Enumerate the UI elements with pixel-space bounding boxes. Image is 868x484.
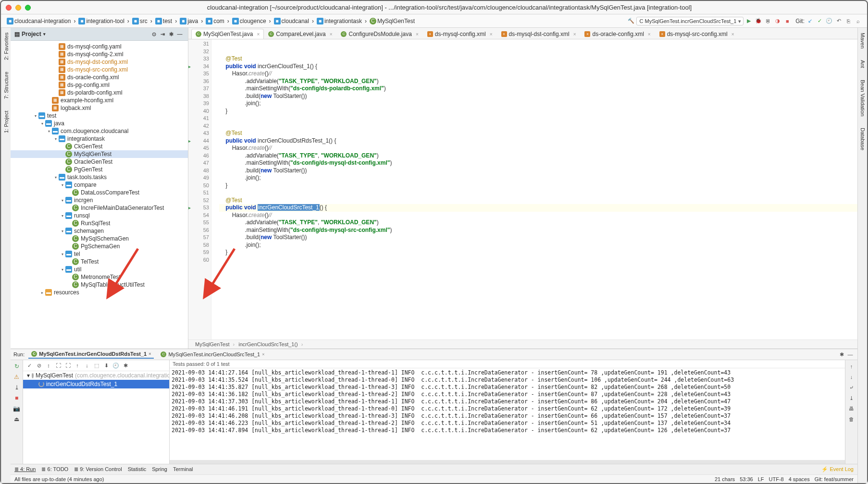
show-passed-icon[interactable]: ✓ <box>25 361 34 370</box>
close-tab-icon[interactable]: × <box>416 32 419 37</box>
side-tool-button[interactable]: 2: Favorites <box>2 31 10 62</box>
history-icon[interactable]: 🕘 <box>112 361 120 370</box>
status-indicator[interactable]: 21 chars <box>715 476 735 482</box>
tree-row[interactable]: CMySqlSchemaGen <box>11 235 188 242</box>
zoom-window-icon[interactable] <box>25 5 31 11</box>
tree-row[interactable]: ▾▬task.tools.tasks <box>11 173 188 181</box>
clear-icon[interactable]: 🗑 <box>847 415 856 424</box>
tree-row[interactable]: ▾▬java <box>11 120 188 127</box>
rerun-failed-icon[interactable]: ⚠ <box>12 373 21 381</box>
tree-row[interactable]: CIncreFileMainDataGeneratorTest <box>11 204 188 212</box>
horizontal-scrollbar[interactable] <box>170 460 845 464</box>
run-icon[interactable]: ▶ <box>744 17 753 25</box>
debug-icon[interactable]: 🐞 <box>754 17 763 25</box>
breadcrumb-item[interactable]: ■cloudcanal-integration <box>6 18 72 24</box>
tree-row[interactable]: ▾▬compare <box>11 181 188 189</box>
next-icon[interactable]: ↓ <box>83 361 91 370</box>
tree-row[interactable]: ▾▬integrationtask <box>11 135 188 143</box>
status-indicator[interactable]: 53:36 <box>740 476 753 482</box>
test-tree-row[interactable]: incrGenCloudDstRdsTest_1 <box>23 380 169 388</box>
dump-threads-icon[interactable]: 📷 <box>12 404 21 413</box>
editor-code[interactable]: @Test public void incrGenCloudTest_1() {… <box>211 39 857 339</box>
stop-tests-icon[interactable]: ■ <box>12 394 21 402</box>
breadcrumb-item[interactable]: ■integration-tool <box>77 18 125 24</box>
rerun-icon[interactable]: ↻ <box>12 362 21 371</box>
minimize-window-icon[interactable] <box>15 5 21 11</box>
scroll-up-icon[interactable]: ↑ <box>847 362 856 371</box>
run-config-dropdown[interactable]: C MySqlGenTest.incrGenCloudSrcTest_1 <box>636 17 744 25</box>
bottom-tool-button[interactable]: ≣ 9: Version Control <box>74 466 122 472</box>
tree-row[interactable]: CRunSqlTest <box>11 219 188 227</box>
tree-row[interactable]: ▦ds-pg-config.xml <box>11 81 188 89</box>
close-tab-icon[interactable]: × <box>149 351 151 356</box>
editor-gutter[interactable]: 3132333435363738394041424344454647484950… <box>188 39 211 339</box>
collapse-all-icon[interactable]: ⛶ <box>63 361 72 370</box>
exit-icon[interactable]: ⏏ <box>12 415 21 424</box>
console-output[interactable]: 2021-09-03 14:41:27.164 [null_kbs_articl… <box>170 368 845 460</box>
editor-tab[interactable]: CMySqlGenTest.java× <box>191 29 264 39</box>
event-log-icon[interactable]: ⚡ Event Log <box>821 466 854 472</box>
tree-row[interactable]: CDataLossCompareTest <box>11 189 188 196</box>
close-tab-icon[interactable]: × <box>257 32 260 37</box>
tree-row[interactable]: ▸▬resources <box>11 289 188 296</box>
project-settings-icon[interactable]: ✱ <box>167 30 175 38</box>
print-icon[interactable]: 🖶 <box>847 404 856 413</box>
breadcrumb-item[interactable]: ■cloudcanal <box>273 18 310 24</box>
tree-row[interactable]: ▦example-hconfig.xml <box>11 97 188 104</box>
breadcrumb-item[interactable]: ■test <box>154 18 173 24</box>
bottom-tool-button[interactable]: Spring <box>152 466 167 472</box>
tree-row[interactable]: ▦ds-mysql-src-config.xml <box>11 66 188 73</box>
tree-row[interactable]: CMySqlTableStructUtilTest <box>11 281 188 289</box>
side-tool-button[interactable]: Bean Validation <box>859 78 867 118</box>
tree-row[interactable]: CPgGenTest <box>11 166 188 173</box>
bottom-tool-button[interactable]: Terminal <box>173 466 193 472</box>
editor-tab[interactable]: xds-mysql-config.xml× <box>423 29 497 39</box>
tree-row[interactable]: ▾▬incrgen <box>11 196 188 204</box>
tree-row[interactable]: ▦ds-polardb-config.xml <box>11 89 188 97</box>
side-tool-button[interactable]: 7: Structure <box>2 70 10 101</box>
editor-tab[interactable]: CConfigureDsModule.java× <box>336 29 422 39</box>
scroll-to-end-icon[interactable]: ⤓ <box>847 394 856 402</box>
ide-encoding-icon[interactable]: ⎘ <box>844 17 853 25</box>
close-tab-icon[interactable]: × <box>732 32 734 37</box>
soft-wrap-icon[interactable]: ⤶ <box>847 383 856 392</box>
tree-row[interactable]: ▦ds-mysql-config.yaml <box>11 43 188 50</box>
build-icon[interactable]: 🔨 <box>627 17 635 25</box>
editor-tab[interactable]: CCompareLevel.java× <box>264 29 336 39</box>
find-everywhere-icon[interactable]: ⌕ <box>854 17 862 25</box>
bottom-tool-button[interactable]: ≣ 4: Run <box>14 466 36 472</box>
git-commit-icon[interactable]: ✓ <box>815 17 824 25</box>
tree-row[interactable]: ▾▬tel <box>11 250 188 258</box>
close-window-icon[interactable] <box>6 5 12 11</box>
bottom-tool-button[interactable]: Statistic <box>128 466 147 472</box>
tree-row[interactable]: ▦ds-mysql-config-2.xml <box>11 50 188 58</box>
tree-row[interactable]: COracleGenTest <box>11 158 188 166</box>
status-indicator[interactable]: Git: feat/summer <box>815 476 854 482</box>
show-ignored-icon[interactable]: ⊘ <box>35 361 43 370</box>
tree-row[interactable]: ▾▬util <box>11 266 188 273</box>
stop-icon[interactable]: ■ <box>783 17 792 25</box>
profile-icon[interactable]: ◑ <box>773 17 782 25</box>
import-icon[interactable]: ⬚ <box>92 361 101 370</box>
tree-row[interactable]: ▦ds-oracle-config.xml <box>11 73 188 81</box>
run-hide-icon[interactable]: — <box>846 350 855 359</box>
bottom-tool-button[interactable]: ≣ 6: TODO <box>41 466 68 472</box>
close-tab-icon[interactable]: × <box>330 32 333 37</box>
test-settings-icon[interactable]: ✱ <box>121 361 130 370</box>
close-tab-icon[interactable]: × <box>573 32 576 37</box>
tree-row[interactable]: ▾▬schemagen <box>11 227 188 235</box>
status-indicator[interactable]: LF <box>758 476 764 482</box>
run-config-tab[interactable]: CMySqlGenTest.incrGenCloudSrcTest_1× <box>158 350 267 359</box>
tree-row[interactable]: ▾▬runsql <box>11 212 188 219</box>
tree-row[interactable]: CMetronomeTest <box>11 273 188 281</box>
breadcrumb-item[interactable]: ■integrationtask <box>316 18 363 24</box>
prev-icon[interactable]: ↑ <box>73 361 82 370</box>
breadcrumb-item[interactable]: CMySqlGenTest <box>369 18 416 24</box>
side-tool-button[interactable]: 1: Project <box>2 109 10 134</box>
project-tree[interactable]: ▦ds-mysql-config.yaml▦ds-mysql-config-2.… <box>11 41 188 349</box>
tree-row[interactable]: CPgSchemaGen <box>11 242 188 250</box>
side-tool-button[interactable]: Database <box>859 126 867 152</box>
git-history-icon[interactable]: 🕘 <box>825 17 833 25</box>
breadcrumb-item[interactable]: ■java <box>179 18 199 24</box>
tree-row[interactable]: ▾▬test <box>11 112 188 120</box>
